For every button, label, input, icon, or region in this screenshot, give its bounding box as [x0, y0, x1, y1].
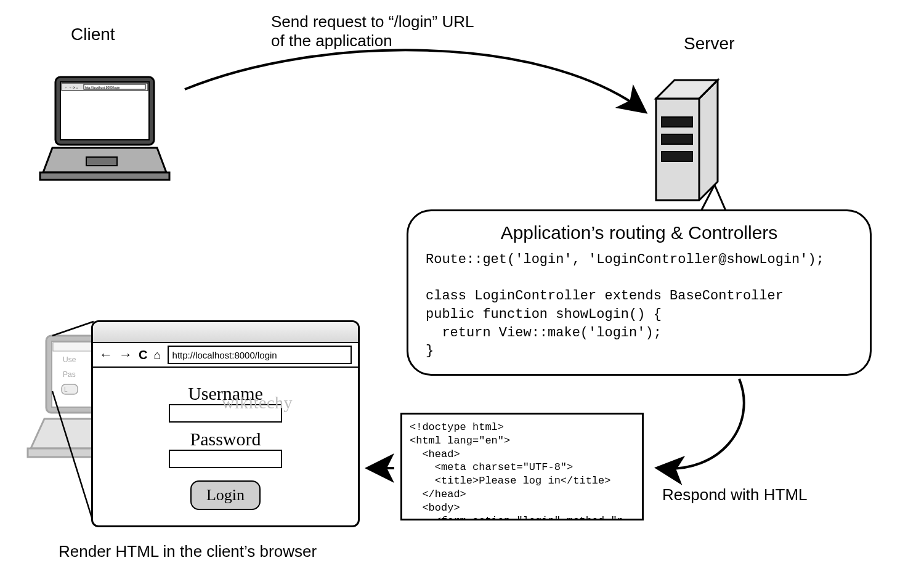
client-label: Client: [71, 25, 115, 44]
html-response-code: <!doctype html> <html lang="en"> <head> …: [410, 421, 634, 520]
password-label: Password: [169, 430, 282, 448]
login-button-label: Login: [206, 486, 245, 504]
svg-rect-12: [662, 117, 692, 127]
svg-rect-7: [40, 172, 169, 180]
html-response-box: <!doctype html> <html lang="en"> <head> …: [400, 413, 644, 520]
diagram-stage: Client Server Send request to “/login” U…: [0, 0, 924, 579]
render-label: Render HTML in the client’s browser: [59, 542, 317, 561]
server-icon: [653, 77, 733, 203]
username-input[interactable]: [169, 404, 282, 423]
reload-icon[interactable]: C: [139, 349, 147, 361]
svg-text:L: L: [64, 386, 68, 393]
browser-toolbar: ← → C ⌂ http://localhost:8000/login: [93, 343, 358, 368]
bubble-heading: Application’s routing & Controllers: [426, 222, 853, 243]
url-text: http://localhost:8000/login: [172, 350, 277, 360]
svg-text:Pas: Pas: [63, 370, 76, 379]
routing-bubble: Application’s routing & Controllers Rout…: [407, 209, 872, 376]
svg-rect-13: [662, 134, 692, 144]
svg-text:Use: Use: [63, 355, 76, 364]
username-label: Username: [169, 384, 282, 403]
svg-rect-14: [662, 152, 692, 161]
mini-url: http://localhost:8000/login: [85, 86, 120, 89]
request-label: Send request to “/login” URL of the appl…: [271, 12, 474, 51]
server-label: Server: [684, 34, 734, 54]
client-laptop-icon: ← → ⟳ ⌂ http://localhost:8000/login: [37, 74, 172, 185]
login-form: Username Password Login: [93, 368, 358, 527]
svg-rect-6: [86, 157, 117, 166]
bubble-code: Route::get('login', 'LoginController@sho…: [426, 251, 853, 360]
browser-titlebar: [93, 322, 358, 343]
login-button[interactable]: Login: [190, 480, 261, 510]
url-bar[interactable]: http://localhost:8000/login: [168, 346, 352, 364]
password-input[interactable]: [169, 450, 282, 468]
respond-label: Respond with HTML: [662, 485, 808, 504]
home-icon[interactable]: ⌂: [153, 349, 161, 361]
svg-text:← → ⟳ ⌂: ← → ⟳ ⌂: [65, 86, 78, 89]
rendered-browser-window: ← → C ⌂ http://localhost:8000/login User…: [91, 320, 360, 527]
forward-icon[interactable]: →: [119, 348, 132, 362]
back-icon[interactable]: ←: [99, 348, 113, 362]
